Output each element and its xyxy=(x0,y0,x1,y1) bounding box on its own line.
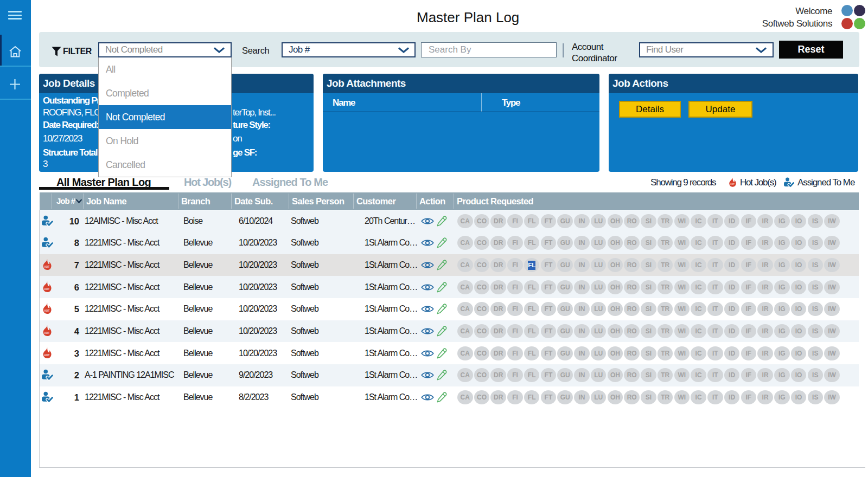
svg-text:HOT: HOT xyxy=(44,288,49,291)
svg-text:HOT: HOT xyxy=(730,183,735,185)
svg-text:HOT: HOT xyxy=(44,332,49,334)
svg-text:HOT: HOT xyxy=(44,266,49,268)
svg-text:HOT: HOT xyxy=(44,310,49,312)
svg-text:HOT: HOT xyxy=(44,354,49,357)
